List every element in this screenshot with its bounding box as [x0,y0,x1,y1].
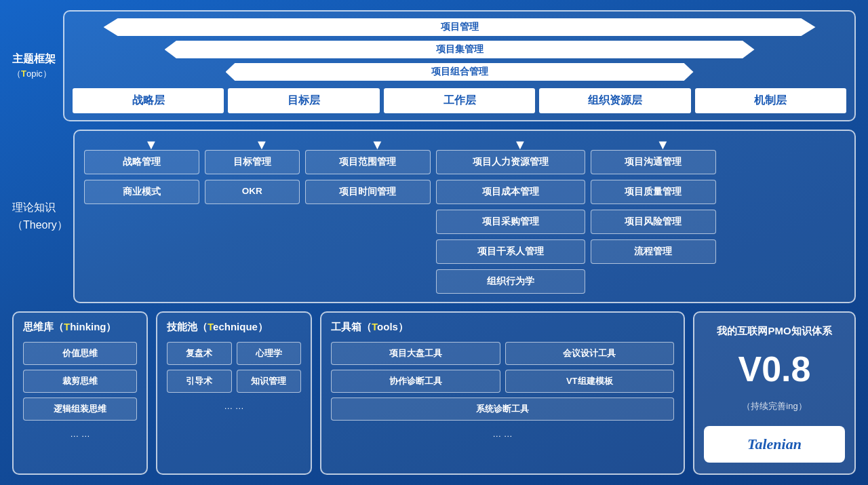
technique-item-3: 知识管理 [237,370,302,393]
technique-title: 技能池（Technique） [167,321,301,334]
topic-main-text: 主题框架 [12,50,56,68]
theory-content: ▼ ▼ ▼ ▼ ▼ 战略管理 目标管理 项目范围管理 项目人力资源管理 项目沟通… [73,130,856,303]
arrow-4: ▼ [446,138,595,151]
tools-box: 工具箱（Tools） 项目大盘工具 会议设计工具 协作诊断工具 VT组建模板 系… [320,311,685,475]
topic-label: 主题框架 （Topic） [12,10,63,121]
theory-section: 理论知识 （Theory） ▼ ▼ ▼ ▼ ▼ 战略管理 目标管理 项目范围管理… [12,130,856,303]
theory-cell-4-3: 组织行为学 [436,269,585,294]
thinking-ellipsis: … … [23,426,137,439]
theory-cell-3-3: 项目干系人管理 [436,239,585,264]
theory-cell-1-3: 项目成本管理 [436,180,585,204]
theory-cell-2-3: 项目采购管理 [436,210,585,234]
bottom-section: 思维库（Thinking） 价值思维 裁剪思维 逻辑组装思维 … … 技能池（T… [12,311,856,475]
arrow-3: ▼ [315,138,440,151]
technique-item-0: 复盘术 [167,342,232,365]
arrow-2: ▼ [214,138,309,151]
theory-cell-3-2 [305,239,431,264]
theory-cell-2-1 [205,210,300,234]
thinking-item-0: 价值思维 [23,342,137,365]
thinking-box: 思维库（Thinking） 价值思维 裁剪思维 逻辑组装思维 … … [12,311,148,475]
layer-cols: 战略层 目标层 工作层 组织资源层 机制层 [73,88,846,113]
thinking-items: 价值思维 裁剪思维 逻辑组装思维 [23,342,137,421]
technique-item-1: 心理学 [237,342,302,365]
tools-ellipsis: … … [331,426,674,439]
brand-subtitle: （持续完善ing） [742,400,806,412]
brand-version: V0.8 [738,351,811,387]
main-container: 主题框架 （Topic） 项目管理 项目集管理 项目组合管理 战略层 目标层 工… [0,0,868,485]
topic-section: 主题框架 （Topic） 项目管理 项目集管理 项目组合管理 战略层 目标层 工… [12,10,856,121]
thinking-title: 思维库（Thinking） [23,321,137,334]
theory-cell-2-2 [305,210,431,234]
layer-strategy: 战略层 [73,88,224,113]
theory-sub-text: （Theory） [12,216,68,234]
theory-main-text: 理论知识 [12,199,56,216]
theory-cell-4-1 [205,269,300,294]
theory-cell-1-1: OKR [205,180,300,204]
theory-cell-1-4: 项目质量管理 [591,180,716,204]
theory-cell-2-0 [84,210,199,234]
brand-logo-box: Talenian [704,426,845,463]
banner-row-portfolio: 项目组合管理 [73,63,846,81]
tools-grid: 项目大盘工具 会议设计工具 协作诊断工具 VT组建模板 系统诊断工具 [331,342,674,421]
technique-item-2: 引导术 [167,370,232,393]
brand-title: 我的互联网PMO知识体系 [717,324,831,338]
tools-item-3: VT组建模板 [505,370,675,393]
technique-grid: 复盘术 心理学 引导术 知识管理 [167,342,301,393]
topic-sub-text: （Topic） [12,67,52,81]
theory-cell-0-1: 目标管理 [205,150,300,174]
arrows-row: ▼ ▼ ▼ ▼ ▼ [84,138,845,151]
theory-cell-0-2: 项目范围管理 [305,150,431,174]
theory-cell-3-1 [205,239,300,264]
banner-cluster: 项目集管理 [165,41,755,58]
theory-cell-2-4: 项目风险管理 [591,210,716,234]
theory-cell-4-0 [84,269,199,294]
topic-content: 项目管理 项目集管理 项目组合管理 战略层 目标层 工作层 组织资源层 机制层 [63,10,856,121]
brand-box: 我的互联网PMO知识体系 V0.8 （持续完善ing） Talenian [693,311,856,475]
tools-item-1: 会议设计工具 [505,342,675,365]
thinking-item-2: 逻辑组装思维 [23,397,137,421]
technique-box: 技能池（Technique） 复盘术 心理学 引导术 知识管理 … … [156,311,312,475]
theory-cell-1-2: 项目时间管理 [305,180,431,204]
thinking-item-1: 裁剪思维 [23,370,137,393]
theory-cell-1-0: 商业模式 [84,180,199,204]
banner-row-cluster: 项目集管理 [73,41,846,58]
theory-cell-0-0: 战略管理 [84,150,199,174]
arrow-1: ▼ [94,138,209,151]
banner-portfolio: 项目组合管理 [226,63,694,81]
theory-cell-0-3: 项目人力资源管理 [436,150,585,174]
theory-cell-4-4 [591,269,716,294]
arrow-5: ▼ [600,138,726,151]
banner-project: 项目管理 [104,18,816,36]
layer-org: 组织资源层 [539,88,690,113]
tools-item-2: 协作诊断工具 [331,370,500,393]
tools-title: 工具箱（Tools） [331,321,674,334]
theory-cell-3-0 [84,239,199,264]
theory-cell-4-2 [305,269,431,294]
layer-work: 工作层 [384,88,535,113]
theory-label: 理论知识 （Theory） [12,130,73,303]
layer-mechanism: 机制层 [695,88,846,113]
theory-grid: 战略管理 目标管理 项目范围管理 项目人力资源管理 项目沟通管理 商业模式 OK… [84,150,845,294]
tools-item-0: 项目大盘工具 [331,342,500,365]
theory-cell-3-4: 流程管理 [591,239,716,264]
theory-cell-0-4: 项目沟通管理 [591,150,716,174]
layer-target: 目标层 [228,88,379,113]
brand-logo: Talenian [747,435,802,452]
tools-item-full: 系统诊断工具 [331,397,674,421]
technique-ellipsis: … … [167,398,301,411]
banner-row-project: 项目管理 [73,18,846,36]
